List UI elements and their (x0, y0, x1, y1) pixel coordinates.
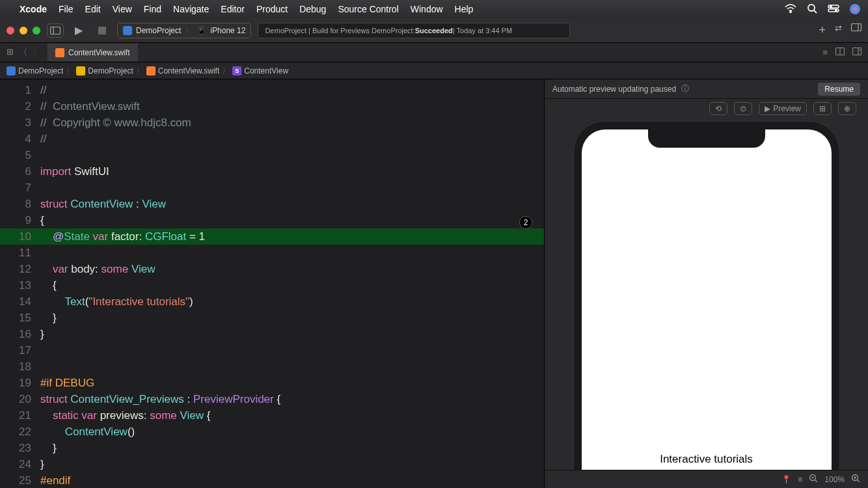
code-line[interactable]: 19#if DEBUG (0, 375, 544, 391)
static-preview-button[interactable]: ⊙ (734, 102, 752, 115)
code-line[interactable]: 13 { (0, 277, 544, 293)
code-line[interactable]: 4// (0, 131, 544, 147)
code-line[interactable]: 16} (0, 326, 544, 342)
code-content: static var previews: some View { (40, 407, 210, 424)
menu-debug[interactable]: Debug (299, 4, 326, 14)
code-line[interactable]: 17 (0, 342, 544, 359)
zoom-out-button[interactable] (809, 474, 818, 485)
code-content: #if DEBUG (40, 375, 94, 391)
code-line[interactable]: 15 } (0, 310, 544, 326)
code-line[interactable]: 10 @State var factor: CGFloat = 1 (0, 228, 544, 245)
code-content: // ContentView.swift (40, 98, 140, 115)
code-line[interactable]: 14 Text("Interactive tutorials") (0, 293, 544, 310)
code-line[interactable]: 7 (0, 180, 544, 196)
svg-point-6 (835, 10, 837, 11)
code-line[interactable]: 3// Copyright © www.hdjc8.com (0, 115, 544, 131)
minimize-window-button[interactable] (20, 27, 27, 34)
app-icon (123, 26, 132, 35)
line-number: 10 (0, 228, 40, 245)
line-number: 7 (0, 180, 40, 196)
code-content: // Copyright © www.hdjc8.com (40, 115, 191, 131)
code-review-button[interactable]: ⇄ (835, 23, 842, 37)
zoom-in-button[interactable] (851, 474, 860, 485)
issue-badge[interactable]: 2 (519, 216, 532, 229)
code-line[interactable]: 24} (0, 456, 544, 472)
file-tab[interactable]: ContentView.swift (47, 44, 138, 61)
run-button[interactable]: ▶ (70, 23, 87, 38)
menu-navigate[interactable]: Navigate (173, 4, 209, 14)
info-icon[interactable]: ⓘ (681, 83, 689, 94)
svg-line-21 (858, 480, 860, 483)
resume-button[interactable]: Resume (818, 83, 860, 96)
crumb-file[interactable]: ContentView.swift (158, 66, 220, 75)
preview-canvas[interactable]: Interactive tutorials (545, 118, 868, 470)
code-line[interactable]: 5 (0, 147, 544, 163)
stop-button[interactable] (94, 23, 111, 38)
svg-line-18 (815, 480, 818, 483)
menu-source-control[interactable]: Source Control (338, 4, 398, 14)
editor-options-button[interactable]: ≡ (822, 47, 828, 57)
menu-help[interactable]: Help (455, 4, 474, 14)
code-line[interactable]: 22 ContentView() (0, 424, 544, 440)
code-content (40, 359, 44, 375)
line-number: 20 (0, 391, 40, 407)
code-line[interactable]: 9{ (0, 212, 544, 228)
code-line[interactable]: 6import SwiftUI (0, 163, 544, 180)
code-line[interactable]: 1// (0, 82, 544, 98)
app-menu[interactable]: Xcode (20, 4, 47, 14)
zoom-level[interactable]: 100% (824, 475, 845, 484)
code-editor[interactable]: 2 1//2// ContentView.swift3// Copyright … (0, 79, 544, 488)
crumb-folder[interactable]: DemoProject (88, 66, 133, 75)
close-window-button[interactable] (7, 27, 14, 34)
live-preview-button[interactable]: ⟲ (709, 102, 727, 115)
code-line[interactable]: 8struct ContentView : View (0, 196, 544, 212)
preview-settings-button[interactable]: ≡ (798, 475, 802, 484)
control-center-icon[interactable] (828, 4, 839, 14)
code-content: ContentView() (40, 424, 135, 440)
code-line[interactable]: 25#endif (0, 472, 544, 488)
scheme-selector[interactable]: DemoProject 〉 📱 iPhone 12 (117, 23, 251, 38)
fullscreen-window-button[interactable] (33, 27, 40, 34)
code-content: struct ContentView : View (40, 196, 166, 212)
menu-edit[interactable]: Edit (85, 4, 101, 14)
tab-filename: ContentView.swift (68, 48, 130, 57)
code-line[interactable]: 2// ContentView.swift (0, 98, 544, 115)
code-line[interactable]: 12 var body: some View (0, 261, 544, 277)
phone-frame: Interactive tutorials (573, 121, 840, 470)
jump-bar[interactable]: DemoProject 〉 DemoProject 〉 ContentView.… (0, 62, 868, 79)
siri-icon[interactable] (850, 4, 860, 14)
preview-device-button[interactable]: ⊞ (813, 102, 832, 115)
menu-file[interactable]: File (59, 4, 74, 14)
code-line[interactable]: 23 } (0, 440, 544, 456)
code-line[interactable]: 18 (0, 359, 544, 375)
related-items-button[interactable]: ⊞ (7, 47, 14, 59)
preview-duplicate-button[interactable]: ⊕ (838, 102, 856, 115)
forward-button[interactable]: 〉 (33, 47, 41, 59)
wifi-icon[interactable] (785, 4, 796, 15)
add-editor-button[interactable] (852, 47, 861, 57)
menu-window[interactable]: Window (411, 4, 443, 14)
code-line[interactable]: 20struct ContentView_Previews : PreviewP… (0, 391, 544, 407)
crumb-symbol[interactable]: ContentView (244, 66, 288, 75)
code-content: var body: some View (40, 261, 155, 277)
add-button[interactable]: + (819, 23, 826, 37)
crumb-project[interactable]: DemoProject (18, 66, 63, 75)
code-line[interactable]: 21 static var previews: some View { (0, 407, 544, 424)
menu-product[interactable]: Product (256, 4, 288, 14)
code-line[interactable]: 11 (0, 245, 544, 261)
back-button[interactable]: 〈 (19, 47, 27, 59)
preview-status: Automatic preview updating paused (552, 85, 676, 94)
menu-find[interactable]: Find (144, 4, 161, 14)
code-content: struct ContentView_Previews : PreviewPro… (40, 391, 280, 407)
spotlight-icon[interactable] (807, 3, 817, 16)
adjust-editor-button[interactable] (835, 47, 845, 57)
svg-line-2 (814, 10, 817, 13)
navigator-toggle-button[interactable] (47, 23, 64, 38)
preview-selector[interactable]: ▶ Preview (759, 102, 807, 115)
menu-view[interactable]: View (113, 4, 132, 14)
inspector-toggle-button[interactable] (851, 23, 861, 37)
code-content: @State var factor: CGFloat = 1 (40, 228, 205, 245)
pin-button[interactable]: 📍 (781, 475, 791, 484)
editor-tabbar: ⊞ 〈 〉 ContentView.swift ≡ (0, 43, 868, 62)
menu-editor[interactable]: Editor (221, 4, 245, 14)
